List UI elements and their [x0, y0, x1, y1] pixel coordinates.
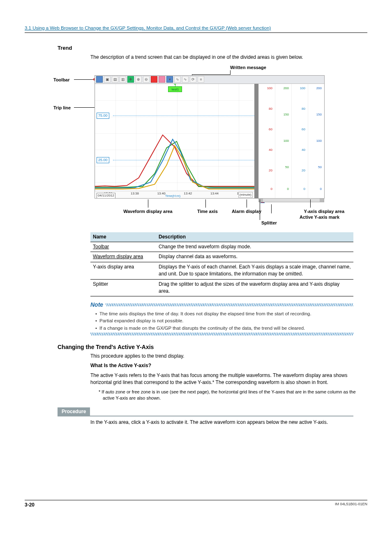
table-cell-desc: Displays the Y-axis of each channel. Eac…: [156, 262, 353, 279]
written-message-marker[interactable]: test1: [168, 86, 182, 92]
waveform-display-area[interactable]: test1 75.00 25.00 13:36 13:38 13:40: [95, 84, 256, 198]
scroll-right-arrow[interactable]: [320, 199, 324, 202]
y-axis-scrollbar[interactable]: [258, 198, 324, 202]
time-axis-label: Time(H:m): [165, 194, 180, 198]
y-tick: 200: [316, 86, 322, 91]
y-tick: 150: [284, 112, 289, 117]
procedure-label: Procedure: [58, 407, 90, 416]
y-axis-column[interactable]: 100 80 60 40 20 0: [291, 84, 308, 198]
toolbar-button[interactable]: ∿: [174, 76, 181, 83]
trip-line: [113, 116, 254, 116]
label-written-message: Written message: [230, 65, 266, 71]
y-axis-column[interactable]: 200 150 100 50 0: [308, 84, 324, 198]
toolbar-button[interactable]: ⊖: [143, 76, 150, 83]
x-tick: 13:42: [184, 191, 192, 198]
toolbar-button[interactable]: ▤: [112, 76, 118, 83]
y-tick: 0: [304, 187, 305, 192]
leader-line: [271, 204, 272, 213]
y-tick: 200: [284, 86, 289, 91]
leader-line: [74, 107, 97, 108]
toolbar-button[interactable]: ▣: [104, 76, 111, 83]
table-header-desc: Description: [156, 232, 353, 242]
table-row: Splitter Drag the splitter to adjust the…: [90, 279, 353, 296]
table-row: Toolbar Change the trend waveform displa…: [90, 242, 353, 252]
note-title: Note: [90, 301, 103, 309]
y-tick: 0: [287, 187, 289, 192]
toolbar-button[interactable]: ▾: [166, 76, 173, 83]
toolbar-button[interactable]: ▥: [120, 76, 126, 83]
y-tick: 20: [269, 168, 272, 173]
y-tick: 100: [316, 139, 322, 143]
trip-line-value: 75.00: [97, 113, 109, 119]
note-stripe: [106, 303, 353, 306]
document-id: IM 04L51B01-01EN: [335, 502, 367, 509]
table-cell-desc: Drag the splitter to adjust the sizes of…: [156, 279, 353, 296]
table-row: Waveform display area Display channel da…: [90, 252, 353, 262]
note-item: Partial expanded display is not possible…: [95, 317, 353, 324]
toolbar-button[interactable]: ⟳: [190, 76, 196, 83]
changing-subhead: What Is the Active Y-axis?: [90, 362, 367, 369]
toolbar-button[interactable]: [159, 76, 165, 83]
x-tick: 13:40: [157, 191, 166, 198]
leader-line: [148, 199, 148, 208]
label-time-axis: Time axis: [191, 208, 224, 215]
note-box: Note The time axis displays the time of …: [90, 301, 353, 335]
note-item: If a change is made on the GX/GP that di…: [95, 325, 353, 332]
toolbar-button[interactable]: [151, 76, 157, 83]
toolbar-button[interactable]: ≡: [198, 76, 204, 83]
note-stripe: [90, 333, 353, 335]
toolbar-button[interactable]: [96, 76, 103, 83]
description-table: Name Description Toolbar Change the tren…: [90, 232, 353, 297]
y-tick: 100: [284, 139, 289, 143]
y-tick: 20: [302, 168, 305, 173]
table-cell-name: Waveform display area: [90, 252, 156, 262]
table-cell-desc: Display channel data as waveforms.: [156, 252, 353, 262]
chart-toolbar[interactable]: ▣ ▤ ▥ ✚ ⊕ ⊖ ▾ ∿ ∿ ⟳ ≡: [95, 76, 324, 84]
table-cell-name: Toolbar: [90, 242, 156, 252]
label-alarm-display: Alarm display: [226, 208, 267, 215]
table-cell-desc: Change the trend waveform display mode.: [156, 242, 353, 252]
y-tick: 60: [269, 127, 272, 132]
procedure-bar: Procedure: [58, 407, 353, 416]
changing-para: The active Y-axis refers to the Y-axis t…: [90, 372, 367, 386]
table-cell-name: Y-axis display area: [90, 262, 156, 279]
y-axis-column[interactable]: 100 80 60 40 20 0: [258, 84, 275, 198]
y-tick: 80: [269, 106, 272, 111]
y-tick: 40: [269, 148, 272, 153]
y-axis-column[interactable]: 200 150 100 50 0: [275, 84, 291, 198]
label-splitter: Splitter: [261, 220, 290, 227]
leader-line: [247, 199, 247, 208]
procedure-line: [90, 407, 353, 416]
y-tick: 50: [285, 165, 289, 170]
toolbar-button[interactable]: ✚: [127, 76, 134, 83]
x-tick: 13:44: [210, 191, 219, 198]
waveforms: [95, 122, 254, 191]
y-tick: 0: [271, 187, 272, 192]
trend-chart: ▣ ▤ ▥ ✚ ⊕ ⊖ ▾ ∿ ∿ ⟳ ≡ test1 75.00 25.00: [95, 75, 325, 199]
label-toolbar: Toolbar: [53, 77, 70, 83]
chart-body: test1 75.00 25.00 13:36 13:38 13:40: [95, 84, 324, 198]
page-header: 3.1 Using a Web Browser to Change the GX…: [25, 25, 367, 33]
y-tick: 40: [302, 148, 305, 153]
procedure-text: In the Y-axis area, click a Y-axis to ac…: [90, 419, 367, 426]
leader-line: [310, 199, 311, 208]
y-axis-display-area[interactable]: 100 80 60 40 20 0 200 150 100 50 0 100: [258, 84, 324, 198]
changing-heading: Changing the Trend's Active Y-Axis: [58, 343, 367, 351]
toolbar-button[interactable]: ∿: [182, 76, 189, 83]
page-number: 3-20: [25, 502, 35, 509]
header-link[interactable]: 3.1 Using a Web Browser to Change the GX…: [25, 25, 271, 30]
page-footer: 3-20 IM 04L51B01-01EN: [25, 500, 367, 509]
y-tick: 150: [316, 112, 322, 117]
table-row: Y-axis display area Displays the Y-axis …: [90, 262, 353, 279]
label-waveform-area: Waveform display area: [115, 208, 181, 215]
time-axis-date: 04/11/2012: [97, 193, 115, 198]
note-item: The time axis displays the time of day. …: [95, 310, 353, 317]
time-axis: 13:36 13:38 13:40 13:42 13:44 13:46 (min…: [95, 191, 254, 198]
table-header-name: Name: [90, 232, 156, 242]
leader-line: [230, 70, 231, 74]
leader-line: [260, 199, 260, 220]
leader-line: [205, 199, 206, 208]
toolbar-button[interactable]: ⊕: [135, 76, 142, 83]
changing-line1: This procedure applies to the trend disp…: [90, 353, 367, 360]
trend-intro: The description of a trend screen that c…: [90, 54, 367, 61]
